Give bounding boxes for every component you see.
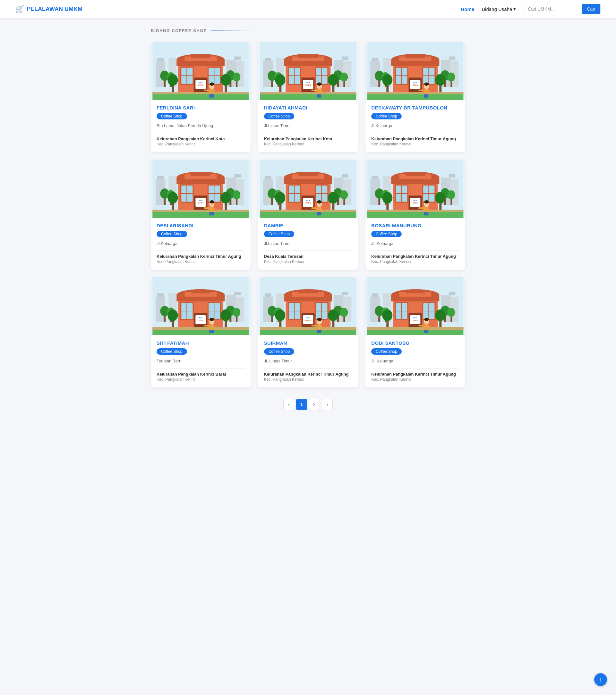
svg-rect-230 [449, 174, 456, 177]
svg-point-351 [317, 318, 321, 321]
svg-text:OPEN: OPEN [305, 202, 311, 204]
svg-text:OPEN: OPEN [305, 319, 311, 321]
navbar: 🛒 PELALAWAN UMKM Home Bidang Usaha ▾ Car… [0, 0, 616, 18]
card-image: We're OPEN [258, 42, 358, 100]
svg-point-179 [221, 192, 231, 204]
chevron-down-icon: ▾ [513, 6, 516, 12]
card-image: We're OPEN [258, 160, 358, 218]
svg-rect-37 [209, 89, 214, 95]
svg-point-132 [383, 74, 393, 86]
svg-rect-140 [234, 174, 241, 177]
pagination-page-1[interactable]: 1 [296, 399, 307, 410]
svg-point-396 [424, 318, 429, 321]
card-address: Jl.Lintas Timur [264, 123, 352, 129]
card-body: FERLDINA SARI Coffee Shop Btn Lama, Jala… [151, 100, 250, 152]
card-name: DESKAWATY BR TAMPUBOLON [371, 105, 459, 111]
card-badge: Coffee Shop [371, 113, 402, 119]
card-address: Terusan Baru [157, 358, 245, 365]
pagination-page-2[interactable]: 2 [309, 399, 320, 410]
svg-rect-175 [204, 207, 210, 209]
pagination-prev[interactable]: ‹ [283, 399, 294, 410]
svg-point-171 [210, 200, 214, 204]
card-image: We're OPEN [151, 160, 250, 218]
card-address: Btn Lama, Jalan Pemda Ujung [157, 123, 245, 129]
svg-point-36 [210, 83, 214, 86]
svg-point-284 [233, 308, 240, 317]
nav-bidang-usaha[interactable]: Bidang Usaha ▾ [482, 6, 516, 12]
svg-rect-353 [317, 330, 319, 333]
svg-point-149 [233, 190, 240, 199]
card-body: SITI FATIMAH Coffee Shop Terusan Baru Ke… [151, 335, 250, 388]
card-name: DESI ARISANDI [157, 223, 245, 228]
svg-point-267 [383, 192, 393, 204]
card-item[interactable]: We're OPEN SITI FATIMAH Coffee Shop Teru… [151, 277, 250, 388]
svg-point-314 [221, 309, 231, 321]
card-divider [264, 133, 352, 133]
card-body: SUIRMAN Coffee Shop Jl. Lintas Timur Kel… [258, 335, 358, 388]
pagination-next[interactable]: › [322, 399, 333, 410]
svg-rect-354 [319, 330, 321, 333]
card-item[interactable]: We're OPEN DESI ARISANDI Coffee Shop Jl.… [151, 160, 250, 270]
svg-rect-259 [367, 210, 463, 212]
card-item[interactable]: We're OPEN DESKAWATY BR TAMPUBOLON Coffe… [366, 42, 465, 152]
brand-logo[interactable]: 🛒 PELALAWAN UMKM [15, 5, 83, 13]
card-body: HIDAYATI AHMADI Coffee Shop Jl.Lintas Ti… [258, 100, 358, 152]
svg-point-104 [447, 72, 455, 82]
svg-rect-82 [317, 89, 322, 95]
card-image: We're OPEN [366, 42, 465, 100]
card-item[interactable]: We're OPEN SUIRMAN Coffee Shop Jl. Linta… [258, 277, 358, 388]
svg-rect-263 [424, 212, 426, 215]
svg-rect-95 [449, 56, 456, 60]
card-item[interactable]: We're OPEN DODI SANTOSO Coffee Shop Jl. … [366, 277, 465, 388]
svg-rect-129 [426, 95, 429, 98]
svg-point-374 [447, 308, 455, 317]
svg-text:OPEN: OPEN [412, 319, 418, 321]
svg-text:We're: We're [413, 317, 417, 319]
card-body: DESKAWATY BR TAMPUBOLON Coffee Shop Jl.K… [366, 100, 465, 152]
card-divider [371, 250, 459, 251]
card-badge: Coffee Shop [371, 348, 402, 355]
card-kecamatan: Kec. Pangkalan Kerinci [264, 259, 352, 264]
card-address: Jl. Keluarga [371, 240, 459, 247]
svg-rect-34 [153, 92, 249, 95]
card-item[interactable]: We're OPEN FERLDINA SARI Coffee Shop Btn… [151, 42, 250, 152]
svg-text:OPEN: OPEN [305, 84, 311, 86]
card-divider [157, 368, 245, 369]
card-image: We're OPEN [151, 277, 250, 335]
nav-home[interactable]: Home [461, 6, 474, 12]
search-input[interactable] [524, 4, 582, 14]
svg-point-89 [328, 74, 338, 86]
svg-point-402 [383, 309, 393, 321]
page-content: BIDANG COFFEE SHOP We're OPEN [144, 18, 472, 429]
svg-rect-124 [367, 92, 463, 95]
card-kelurahan: Kelurahan Pangkalan Kerinci Timur Agung [157, 254, 245, 259]
card-kelurahan: Kelurahan Pangkalan Kerinci Timur Agung [371, 254, 459, 259]
card-kelurahan: Kelurahan Pangkalan Kerinci Timur Agung [264, 372, 352, 376]
svg-text:We're: We're [199, 82, 203, 83]
card-name: HIDAYATI AHMADI [264, 105, 352, 111]
svg-point-194 [340, 190, 348, 199]
card-image: We're OPEN [151, 42, 250, 100]
pagination: ‹12› [151, 399, 465, 410]
card-divider [264, 250, 352, 251]
svg-rect-2 [157, 58, 164, 61]
svg-rect-218 [317, 212, 319, 215]
card-kecamatan: Kec. Pangkalan Kerinci [264, 377, 352, 382]
svg-point-87 [275, 74, 285, 86]
card-kelurahan: Kelurahan Pangkalan Kerinci Kota [264, 136, 352, 141]
card-kelurahan: Desa Kuala Terusan [264, 254, 352, 259]
card-name: DODI SANTOSO [371, 340, 459, 346]
svg-point-357 [275, 309, 285, 321]
svg-rect-308 [209, 330, 211, 333]
search-button[interactable]: Cari [582, 4, 600, 14]
card-kecamatan: Kec. Pangkalan Kerinci [371, 142, 459, 147]
card-body: ROSARI MANURUNG Coffee Shop Jl. Keluarga… [366, 218, 465, 270]
card-divider [371, 368, 459, 369]
svg-rect-310 [204, 325, 210, 326]
card-item[interactable]: We're OPEN ROSARI MANURUNG Coffee Shop J… [366, 160, 465, 270]
card-item[interactable]: We're OPEN DAMRIE Coffee Shop Jl.Lintas … [258, 160, 358, 270]
card-name: FERLDINA SARI [157, 105, 245, 111]
svg-rect-397 [424, 324, 429, 330]
card-body: DODI SANTOSO Coffee Shop Jl. Keluarga Ke… [366, 335, 465, 388]
card-item[interactable]: We're OPEN HIDAYATI AHMADI Coffee Shop J… [258, 42, 358, 152]
